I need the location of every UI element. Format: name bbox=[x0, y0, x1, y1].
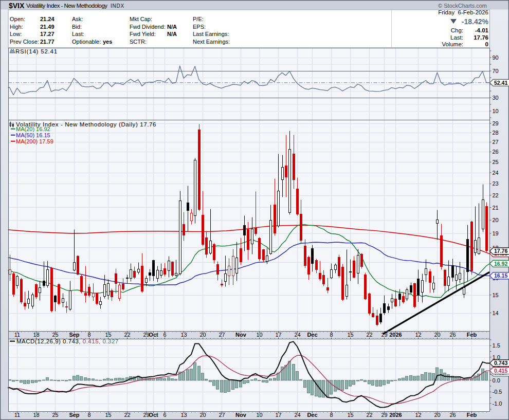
svg-text:22: 22 bbox=[366, 412, 372, 418]
svg-text:22: 22 bbox=[124, 412, 130, 418]
svg-text:28: 28 bbox=[493, 130, 499, 136]
svg-text:Feb: Feb bbox=[467, 412, 477, 418]
svg-text:17.76: 17.76 bbox=[494, 248, 507, 254]
svg-text:21.77: 21.77 bbox=[40, 39, 54, 45]
svg-text:29: 29 bbox=[381, 332, 387, 338]
svg-text:Dec: Dec bbox=[307, 412, 317, 418]
svg-text:Chg:: Chg: bbox=[451, 27, 463, 33]
svg-text:15: 15 bbox=[105, 332, 111, 338]
svg-text:Sep: Sep bbox=[69, 332, 79, 338]
svg-text:10: 10 bbox=[256, 412, 262, 418]
svg-text:1.5: 1.5 bbox=[493, 342, 500, 349]
svg-text:MA(20) 16.92: MA(20) 16.92 bbox=[16, 126, 50, 132]
svg-text:20: 20 bbox=[199, 332, 206, 338]
svg-text:13: 13 bbox=[180, 332, 187, 338]
svg-text:23: 23 bbox=[493, 180, 499, 187]
svg-text:10: 10 bbox=[493, 108, 499, 114]
svg-text:INDX: INDX bbox=[111, 3, 124, 9]
svg-text:17.27: 17.27 bbox=[40, 31, 54, 37]
svg-text:15: 15 bbox=[347, 412, 353, 418]
svg-text:Feb: Feb bbox=[467, 332, 477, 338]
svg-text:0.743: 0.743 bbox=[494, 360, 507, 366]
svg-text:8: 8 bbox=[87, 332, 90, 338]
svg-text:Oct: Oct bbox=[149, 332, 158, 338]
svg-text:Prev Close:: Prev Close: bbox=[10, 39, 39, 45]
svg-text:18: 18 bbox=[33, 332, 39, 338]
svg-text:21.49: 21.49 bbox=[40, 24, 54, 30]
svg-text:8: 8 bbox=[87, 412, 90, 418]
svg-text:Sep: Sep bbox=[69, 412, 79, 418]
svg-text:MACD(12,26,9) 0.743, 0.415, 0.: MACD(12,26,9) 0.743, 0.415, 0.327 bbox=[16, 338, 119, 344]
svg-text:Oct: Oct bbox=[149, 412, 158, 418]
svg-text:21.24: 21.24 bbox=[40, 16, 54, 22]
svg-text:Dec: Dec bbox=[307, 332, 317, 338]
svg-text:N/A: N/A bbox=[167, 31, 177, 37]
svg-text:Volatility Index - New Methodo: Volatility Index - New Methodology bbox=[26, 3, 107, 9]
svg-text:14: 14 bbox=[493, 310, 499, 316]
svg-text:24: 24 bbox=[493, 170, 499, 176]
svg-text:-0.5: -0.5 bbox=[493, 389, 502, 395]
svg-text:21: 21 bbox=[493, 205, 499, 211]
svg-text:18: 18 bbox=[33, 412, 39, 418]
svg-text:29: 29 bbox=[381, 412, 387, 418]
svg-text:Fwd Yield:: Fwd Yield: bbox=[130, 31, 156, 37]
svg-text:20: 20 bbox=[199, 412, 206, 418]
svg-text:P/E:: P/E: bbox=[193, 16, 204, 22]
svg-text:90: 90 bbox=[493, 54, 499, 61]
svg-text:20: 20 bbox=[434, 332, 440, 338]
svg-text:20: 20 bbox=[493, 217, 499, 223]
svg-text:EPS:: EPS: bbox=[193, 24, 206, 30]
svg-text:22: 22 bbox=[366, 332, 372, 338]
svg-text:15: 15 bbox=[347, 332, 353, 338]
svg-text:© StockCharts.com: © StockCharts.com bbox=[438, 3, 487, 9]
svg-text:Last:: Last: bbox=[72, 31, 84, 37]
svg-text:27: 27 bbox=[493, 139, 499, 145]
svg-text:26: 26 bbox=[449, 332, 456, 338]
svg-text:25: 25 bbox=[493, 159, 499, 165]
svg-text:15: 15 bbox=[105, 412, 111, 418]
svg-text:Nov: Nov bbox=[235, 412, 247, 418]
svg-text:27: 27 bbox=[219, 412, 225, 418]
svg-text:-1.0: -1.0 bbox=[493, 400, 502, 407]
svg-text:25: 25 bbox=[52, 412, 58, 418]
svg-text:16.92: 16.92 bbox=[494, 261, 507, 267]
svg-text:-4.01: -4.01 bbox=[475, 27, 489, 33]
svg-text:52.41: 52.41 bbox=[494, 80, 507, 86]
svg-text:0.415: 0.415 bbox=[494, 368, 507, 374]
svg-text:30: 30 bbox=[493, 95, 499, 101]
svg-text:26: 26 bbox=[449, 412, 456, 418]
svg-text:12: 12 bbox=[415, 332, 421, 338]
svg-text:11: 11 bbox=[14, 332, 20, 338]
svg-text:22: 22 bbox=[124, 332, 130, 338]
svg-text:22: 22 bbox=[493, 192, 499, 198]
svg-text:20: 20 bbox=[434, 412, 440, 418]
svg-text:26: 26 bbox=[493, 149, 499, 155]
svg-text:Friday 6-Feb-2026: Friday 6-Feb-2026 bbox=[438, 9, 488, 15]
svg-text:High:: High: bbox=[10, 24, 23, 30]
svg-text:Fwd Dividend:: Fwd Dividend: bbox=[130, 24, 166, 30]
svg-text:1.0: 1.0 bbox=[493, 354, 500, 360]
svg-text:Optionable:: Optionable: bbox=[72, 39, 101, 45]
svg-text:RSI(14) 52.41: RSI(14) 52.41 bbox=[15, 48, 58, 54]
svg-text:15: 15 bbox=[493, 292, 499, 298]
svg-text:N/A: N/A bbox=[167, 24, 177, 30]
svg-text:17: 17 bbox=[275, 412, 281, 418]
svg-text:yes: yes bbox=[103, 39, 112, 45]
svg-text:Nov: Nov bbox=[235, 332, 247, 338]
svg-text:Last Earnings:: Last Earnings: bbox=[193, 31, 229, 37]
svg-text:0.0: 0.0 bbox=[493, 377, 500, 384]
svg-text:Open:: Open: bbox=[10, 16, 25, 22]
svg-text:2026: 2026 bbox=[389, 412, 402, 418]
svg-text:17: 17 bbox=[275, 332, 281, 338]
svg-text:Ask:: Ask: bbox=[72, 16, 83, 22]
svg-text:24: 24 bbox=[294, 412, 300, 418]
svg-text:16.15: 16.15 bbox=[494, 272, 507, 279]
svg-text:29: 29 bbox=[493, 120, 499, 126]
svg-text:Low:: Low: bbox=[10, 31, 22, 37]
svg-text:27: 27 bbox=[219, 332, 225, 338]
svg-text:Mkt Cap:: Mkt Cap: bbox=[130, 16, 152, 22]
svg-text:13: 13 bbox=[180, 412, 187, 418]
svg-text:2026: 2026 bbox=[389, 332, 402, 338]
svg-text:MA(200) 17.59: MA(200) 17.59 bbox=[16, 138, 53, 144]
svg-text:MA(50) 16.15: MA(50) 16.15 bbox=[16, 132, 50, 138]
